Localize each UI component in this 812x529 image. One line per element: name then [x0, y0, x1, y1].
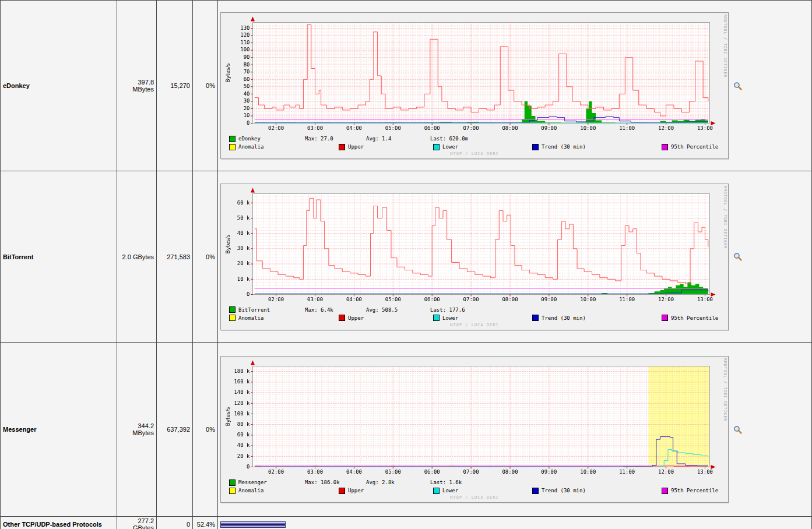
- anomaly-legend-label: Anomalia: [238, 315, 263, 321]
- protocol-legend-swatch: [229, 306, 235, 313]
- table-row: Messenger 344.2 MBytes 637,392 0% Messen…: [1, 343, 812, 517]
- table-row: Other TCP/UDP-based Protocols 277.2 GByt…: [1, 517, 812, 529]
- protocol-legend-swatch: [229, 479, 235, 486]
- protocol-name-cell: Messenger: [1, 343, 117, 517]
- zoom-icon[interactable]: [733, 252, 742, 261]
- packets-cell: 637,392: [157, 343, 193, 517]
- chart-legend: eDonkey Max: 27.0 Avg: 1.4 Last: 620.0m …: [223, 135, 726, 157]
- packets-cell: 271,583: [157, 171, 193, 343]
- trend-legend-swatch: [532, 488, 539, 494]
- percent-cell: 52.4%: [193, 517, 218, 529]
- rrd-graph-edonkey: eDonkey Max: 27.0 Avg: 1.4 Last: 620.0m …: [220, 12, 729, 159]
- chart-legend: Messenger Max: 186.0k Avg: 2.8k Last: 1.…: [223, 478, 726, 500]
- protocol-legend-label: Messenger: [238, 479, 267, 485]
- rrd-graph-bittorrent: BitTorrent Max: 6.4k Avg: 508.5 Last: 17…: [220, 184, 729, 330]
- upper-legend-swatch: [339, 315, 345, 321]
- ntop-watermark: NTOP / LUCA DERI: [223, 322, 726, 328]
- percentile-legend-swatch: [662, 315, 668, 321]
- upper-legend-label: Upper: [348, 144, 364, 150]
- ntop-watermark: NTOP / LUCA DERI: [223, 495, 726, 500]
- percentile-legend-swatch: [662, 488, 668, 494]
- upper-legend-swatch: [339, 488, 345, 494]
- bytes-cell: 397.8 MBytes: [117, 1, 157, 171]
- graph-cell: BitTorrent Max: 6.4k Avg: 508.5 Last: 17…: [218, 171, 812, 343]
- lower-legend-label: Lower: [442, 315, 458, 321]
- percent-bar: [220, 521, 286, 528]
- lower-legend-swatch: [433, 488, 440, 494]
- trend-legend-swatch: [532, 144, 539, 150]
- trend-legend-label: Trend (30 min): [542, 144, 586, 150]
- legend-last: Last: 1.6k: [430, 479, 462, 485]
- packets-cell: 15,270: [157, 1, 193, 171]
- rrdtool-credit: RRDTOOL / TOBI OETIKER: [723, 358, 727, 421]
- upper-legend-label: Upper: [348, 315, 364, 321]
- trend-legend-label: Trend (30 min): [542, 488, 586, 493]
- traffic-chart-canvas: [223, 15, 721, 135]
- legend-avg: Avg: 2.8k: [366, 479, 430, 485]
- percent-cell: 0%: [193, 171, 218, 343]
- lower-legend-label: Lower: [442, 144, 458, 150]
- anomaly-legend-swatch: [229, 144, 235, 150]
- traffic-chart-canvas: [223, 359, 721, 478]
- graph-cell: eDonkey Max: 27.0 Avg: 1.4 Last: 620.0m …: [218, 1, 812, 171]
- protocol-name-cell: Other TCP/UDP-based Protocols: [1, 517, 117, 529]
- protocol-legend-label: eDonkey: [238, 136, 261, 142]
- anomaly-legend-label: Anomalia: [238, 488, 263, 493]
- lower-legend-swatch: [433, 315, 440, 321]
- percentile-legend-label: 95th Percentile: [671, 315, 718, 321]
- table-row: BitTorrent 2.0 GBytes 271,583 0% BitTorr…: [1, 171, 812, 343]
- bytes-cell: 2.0 GBytes: [117, 171, 157, 343]
- percentile-legend-label: 95th Percentile: [671, 144, 718, 150]
- ntop-watermark: NTOP / LUCA DERI: [223, 151, 726, 157]
- trend-legend-swatch: [532, 315, 539, 321]
- graph-cell: [218, 517, 812, 529]
- bytes-cell: 344.2 MBytes: [117, 343, 157, 517]
- anomaly-legend-swatch: [229, 488, 235, 494]
- table-row: eDonkey 397.8 MBytes 15,270 0% eDonkey M…: [1, 1, 812, 171]
- protocol-name-cell: eDonkey: [1, 1, 117, 171]
- chart-legend: BitTorrent Max: 6.4k Avg: 508.5 Last: 17…: [223, 306, 726, 328]
- rrdtool-credit: RRDTOOL / TOBI OETIKER: [723, 15, 727, 77]
- legend-avg: Avg: 1.4: [366, 136, 430, 142]
- legend-max: Max: 6.4k: [305, 307, 366, 313]
- protocol-name-cell: BitTorrent: [1, 171, 117, 343]
- protocol-legend-label: BitTorrent: [238, 307, 270, 313]
- percent-cell: 0%: [193, 1, 218, 171]
- zoom-icon[interactable]: [733, 425, 742, 434]
- trend-legend-label: Trend (30 min): [542, 315, 586, 321]
- graph-cell: Messenger Max: 186.0k Avg: 2.8k Last: 1.…: [218, 343, 812, 517]
- legend-max: Max: 186.0k: [305, 479, 366, 485]
- legend-max: Max: 27.0: [305, 136, 366, 142]
- packets-cell: 0: [157, 517, 193, 529]
- traffic-chart-canvas: [223, 186, 721, 306]
- bytes-cell: 277.2 GBytes: [117, 517, 157, 529]
- percent-cell: 0%: [193, 343, 218, 517]
- protocol-traffic-table: eDonkey 397.8 MBytes 15,270 0% eDonkey M…: [0, 0, 812, 529]
- rrd-graph-messenger: Messenger Max: 186.0k Avg: 2.8k Last: 1.…: [220, 356, 729, 503]
- upper-legend-swatch: [339, 144, 345, 150]
- legend-last: Last: 620.0m: [430, 136, 468, 142]
- lower-legend-swatch: [433, 144, 440, 150]
- anomaly-legend-swatch: [229, 315, 235, 321]
- zoom-icon[interactable]: [733, 82, 742, 90]
- lower-legend-label: Lower: [442, 488, 458, 493]
- percentile-legend-swatch: [662, 144, 668, 150]
- percentile-legend-label: 95th Percentile: [671, 488, 718, 493]
- anomaly-legend-label: Anomalia: [238, 144, 263, 150]
- protocol-legend-swatch: [229, 136, 235, 142]
- upper-legend-label: Upper: [348, 488, 364, 493]
- legend-avg: Avg: 508.5: [366, 307, 430, 313]
- rrdtool-credit: RRDTOOL / TOBI OETIKER: [723, 186, 727, 249]
- legend-last: Last: 177.6: [430, 307, 465, 313]
